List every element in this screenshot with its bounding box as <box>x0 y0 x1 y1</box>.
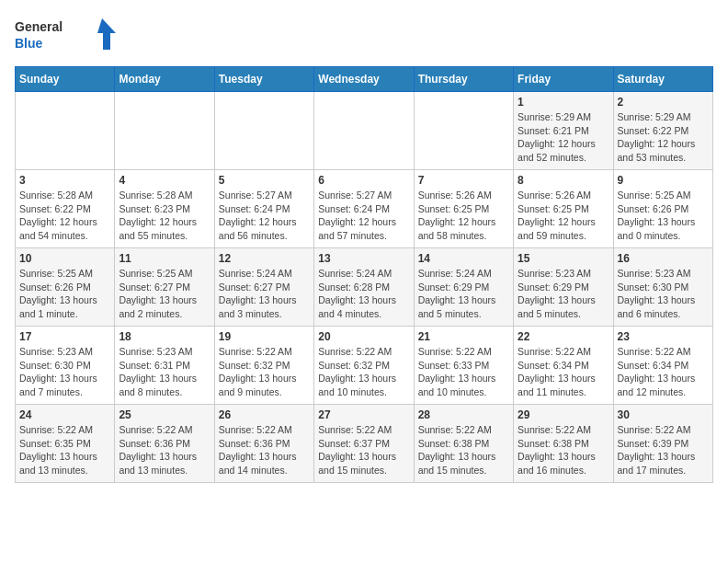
day-info: Sunrise: 5:25 AM Sunset: 6:26 PM Dayligh… <box>618 189 709 243</box>
calendar-cell: 27Sunrise: 5:22 AM Sunset: 6:37 PM Dayli… <box>314 405 414 483</box>
day-number: 17 <box>19 330 110 343</box>
day-info: Sunrise: 5:22 AM Sunset: 6:37 PM Dayligh… <box>318 423 409 477</box>
day-number: 26 <box>219 408 310 421</box>
col-header-friday: Friday <box>514 67 613 92</box>
week-row-5: 24Sunrise: 5:22 AM Sunset: 6:35 PM Dayli… <box>16 405 713 483</box>
calendar-cell: 14Sunrise: 5:24 AM Sunset: 6:29 PM Dayli… <box>414 248 513 327</box>
page-header: General Blue <box>15 15 713 55</box>
col-header-tuesday: Tuesday <box>214 67 313 92</box>
calendar-cell: 22Sunrise: 5:22 AM Sunset: 6:34 PM Dayli… <box>514 327 613 405</box>
day-info: Sunrise: 5:27 AM Sunset: 6:24 PM Dayligh… <box>318 189 409 243</box>
day-info: Sunrise: 5:24 AM Sunset: 6:28 PM Dayligh… <box>318 267 409 321</box>
day-number: 15 <box>518 252 609 265</box>
week-row-4: 17Sunrise: 5:23 AM Sunset: 6:30 PM Dayli… <box>16 327 713 405</box>
calendar-cell: 29Sunrise: 5:22 AM Sunset: 6:38 PM Dayli… <box>514 405 613 483</box>
calendar-body: 1Sunrise: 5:29 AM Sunset: 6:21 PM Daylig… <box>16 92 713 483</box>
calendar-cell: 5Sunrise: 5:27 AM Sunset: 6:24 PM Daylig… <box>214 170 313 248</box>
logo-svg: General Blue <box>15 15 125 55</box>
day-number: 27 <box>318 408 409 421</box>
day-info: Sunrise: 5:26 AM Sunset: 6:25 PM Dayligh… <box>518 189 609 243</box>
day-info: Sunrise: 5:22 AM Sunset: 6:33 PM Dayligh… <box>418 345 509 399</box>
day-number: 29 <box>518 408 609 421</box>
calendar-table: SundayMondayTuesdayWednesdayThursdayFrid… <box>15 66 713 483</box>
col-header-monday: Monday <box>115 67 214 92</box>
calendar-cell: 10Sunrise: 5:25 AM Sunset: 6:26 PM Dayli… <box>16 248 115 327</box>
day-info: Sunrise: 5:24 AM Sunset: 6:29 PM Dayligh… <box>418 267 509 321</box>
day-info: Sunrise: 5:22 AM Sunset: 6:34 PM Dayligh… <box>518 345 609 399</box>
day-info: Sunrise: 5:25 AM Sunset: 6:26 PM Dayligh… <box>19 267 110 321</box>
col-header-saturday: Saturday <box>613 67 712 92</box>
col-header-sunday: Sunday <box>16 67 115 92</box>
day-info: Sunrise: 5:23 AM Sunset: 6:30 PM Dayligh… <box>19 345 110 399</box>
calendar-cell: 16Sunrise: 5:23 AM Sunset: 6:30 PM Dayli… <box>613 248 712 327</box>
calendar-cell: 21Sunrise: 5:22 AM Sunset: 6:33 PM Dayli… <box>414 327 513 405</box>
day-number: 1 <box>518 96 609 109</box>
day-number: 11 <box>119 252 210 265</box>
calendar-cell: 11Sunrise: 5:25 AM Sunset: 6:27 PM Dayli… <box>115 248 214 327</box>
calendar-cell: 6Sunrise: 5:27 AM Sunset: 6:24 PM Daylig… <box>314 170 414 248</box>
day-number: 20 <box>318 330 409 343</box>
day-info: Sunrise: 5:22 AM Sunset: 6:38 PM Dayligh… <box>518 423 609 477</box>
day-number: 21 <box>418 330 509 343</box>
day-number: 4 <box>119 174 210 187</box>
calendar-cell: 2Sunrise: 5:29 AM Sunset: 6:22 PM Daylig… <box>613 92 712 170</box>
day-number: 10 <box>19 252 110 265</box>
svg-marker-2 <box>97 18 116 50</box>
calendar-cell: 3Sunrise: 5:28 AM Sunset: 6:22 PM Daylig… <box>16 170 115 248</box>
day-info: Sunrise: 5:22 AM Sunset: 6:38 PM Dayligh… <box>418 423 509 477</box>
day-number: 14 <box>418 252 509 265</box>
calendar-cell <box>214 92 313 170</box>
day-number: 30 <box>618 408 709 421</box>
calendar-cell <box>414 92 513 170</box>
day-info: Sunrise: 5:22 AM Sunset: 6:36 PM Dayligh… <box>119 423 210 477</box>
day-info: Sunrise: 5:22 AM Sunset: 6:35 PM Dayligh… <box>19 423 110 477</box>
calendar-cell: 9Sunrise: 5:25 AM Sunset: 6:26 PM Daylig… <box>613 170 712 248</box>
col-header-wednesday: Wednesday <box>314 67 414 92</box>
day-info: Sunrise: 5:25 AM Sunset: 6:27 PM Dayligh… <box>119 267 210 321</box>
day-number: 23 <box>618 330 709 343</box>
day-number: 6 <box>318 174 409 187</box>
day-number: 2 <box>618 96 709 109</box>
day-info: Sunrise: 5:26 AM Sunset: 6:25 PM Dayligh… <box>418 189 509 243</box>
day-info: Sunrise: 5:24 AM Sunset: 6:27 PM Dayligh… <box>219 267 310 321</box>
calendar-cell: 1Sunrise: 5:29 AM Sunset: 6:21 PM Daylig… <box>514 92 613 170</box>
calendar-cell: 18Sunrise: 5:23 AM Sunset: 6:31 PM Dayli… <box>115 327 214 405</box>
svg-text:Blue: Blue <box>15 36 43 51</box>
day-number: 18 <box>119 330 210 343</box>
calendar-cell: 28Sunrise: 5:22 AM Sunset: 6:38 PM Dayli… <box>414 405 513 483</box>
day-info: Sunrise: 5:22 AM Sunset: 6:36 PM Dayligh… <box>219 423 310 477</box>
day-number: 8 <box>518 174 609 187</box>
calendar-cell: 26Sunrise: 5:22 AM Sunset: 6:36 PM Dayli… <box>214 405 313 483</box>
calendar-cell: 12Sunrise: 5:24 AM Sunset: 6:27 PM Dayli… <box>214 248 313 327</box>
calendar-cell <box>16 92 115 170</box>
day-info: Sunrise: 5:22 AM Sunset: 6:34 PM Dayligh… <box>618 345 709 399</box>
day-number: 19 <box>219 330 310 343</box>
day-info: Sunrise: 5:29 AM Sunset: 6:21 PM Dayligh… <box>518 110 609 165</box>
day-number: 22 <box>518 330 609 343</box>
day-info: Sunrise: 5:23 AM Sunset: 6:31 PM Dayligh… <box>119 345 210 399</box>
day-number: 12 <box>219 252 310 265</box>
day-number: 16 <box>618 252 709 265</box>
day-info: Sunrise: 5:23 AM Sunset: 6:30 PM Dayligh… <box>618 267 709 321</box>
day-number: 9 <box>618 174 709 187</box>
week-row-2: 3Sunrise: 5:28 AM Sunset: 6:22 PM Daylig… <box>16 170 713 248</box>
day-number: 28 <box>418 408 509 421</box>
logo: General Blue <box>15 15 125 55</box>
day-info: Sunrise: 5:28 AM Sunset: 6:23 PM Dayligh… <box>119 189 210 243</box>
calendar-cell: 4Sunrise: 5:28 AM Sunset: 6:23 PM Daylig… <box>115 170 214 248</box>
day-number: 7 <box>418 174 509 187</box>
calendar-header-row: SundayMondayTuesdayWednesdayThursdayFrid… <box>16 67 713 92</box>
day-number: 13 <box>318 252 409 265</box>
calendar-cell: 17Sunrise: 5:23 AM Sunset: 6:30 PM Dayli… <box>16 327 115 405</box>
day-number: 5 <box>219 174 310 187</box>
calendar-cell: 19Sunrise: 5:22 AM Sunset: 6:32 PM Dayli… <box>214 327 313 405</box>
day-number: 25 <box>119 408 210 421</box>
day-info: Sunrise: 5:23 AM Sunset: 6:29 PM Dayligh… <box>518 267 609 321</box>
calendar-cell: 8Sunrise: 5:26 AM Sunset: 6:25 PM Daylig… <box>514 170 613 248</box>
day-info: Sunrise: 5:22 AM Sunset: 6:32 PM Dayligh… <box>219 345 310 399</box>
week-row-3: 10Sunrise: 5:25 AM Sunset: 6:26 PM Dayli… <box>16 248 713 327</box>
svg-text:General: General <box>15 19 63 34</box>
calendar-cell: 20Sunrise: 5:22 AM Sunset: 6:32 PM Dayli… <box>314 327 414 405</box>
calendar-cell: 13Sunrise: 5:24 AM Sunset: 6:28 PM Dayli… <box>314 248 414 327</box>
col-header-thursday: Thursday <box>414 67 513 92</box>
